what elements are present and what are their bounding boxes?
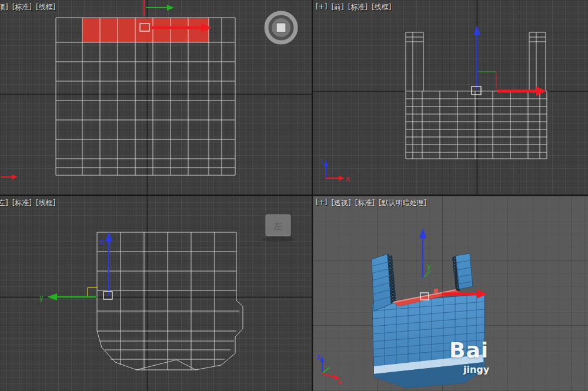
vp-label-standard[interactable]: [标准]	[12, 198, 32, 208]
vp-label-menu[interactable]: [+]	[316, 198, 327, 208]
left-view-canvas: z y 左	[0, 196, 312, 391]
move-gizmo[interactable]: z y	[39, 232, 112, 302]
z-axis-label: z	[100, 238, 103, 246]
viewcube-wheel-icon[interactable]	[266, 13, 296, 42]
selected-polygons[interactable]	[82, 18, 209, 42]
front-view-canvas: z x	[313, 0, 588, 195]
viewport-layout: 顶] [标准] [线框]	[0, 0, 588, 391]
viewport-left[interactable]: 左] [标准] [线框]	[0, 196, 312, 391]
vp-label-shading[interactable]: [线框]	[36, 2, 55, 12]
vp-label-shading[interactable]: [线框]	[36, 198, 55, 208]
axis-tripod	[1, 175, 18, 179]
z-axis-label: z	[320, 157, 324, 165]
viewcube-face-label: 左	[273, 221, 282, 232]
move-gizmo[interactable]	[473, 25, 546, 96]
viewport-top-label: 顶] [标准] [线框]	[0, 2, 55, 12]
vp-label-shading[interactable]: [默认明暗处理]	[379, 198, 426, 208]
left-object-wireframe	[97, 232, 243, 370]
vp-label-standard[interactable]: [标准]	[348, 2, 368, 12]
vp-label-view[interactable]: [前]	[331, 2, 343, 12]
viewport-front[interactable]: [+] [前] [标准] [线框]	[313, 0, 588, 195]
top-view-canvas	[0, 0, 312, 195]
axis-tripod: z x	[320, 157, 350, 183]
move-gizmo-partial[interactable]	[144, 0, 174, 16]
viewport-left-label: 左] [标准] [线框]	[0, 198, 55, 208]
viewport-perspective-label: [+] [透视] [标准] [默认明暗处理]	[316, 198, 427, 208]
selection-bracket	[103, 292, 112, 299]
vp-label-standard[interactable]: [标准]	[12, 2, 32, 12]
vp-label-view[interactable]: 左]	[0, 198, 8, 208]
world-origin-axes	[0, 196, 312, 391]
vp-label-shading[interactable]: [线框]	[372, 2, 391, 12]
axis-tripod: z x	[317, 353, 342, 386]
vp-label-standard[interactable]: [标准]	[355, 198, 375, 208]
vp-label-menu[interactable]: [+]	[316, 2, 327, 12]
x-axis-label: x	[338, 378, 342, 386]
viewport-top[interactable]: 顶] [标准] [线框]	[0, 0, 312, 195]
perspective-canvas: y z x	[313, 196, 588, 391]
viewport-perspective[interactable]: [+] [透视] [标准] [默认明暗处理] Bai jingy	[313, 196, 588, 391]
z-axis-label: z	[317, 353, 320, 361]
viewport-front-label: [+] [前] [标准] [线框]	[316, 2, 392, 12]
y-axis-label: y	[39, 293, 44, 302]
vp-label-view[interactable]: [透视]	[331, 198, 350, 208]
vp-label-view[interactable]: 顶]	[0, 2, 8, 12]
y-axis-label: y	[427, 262, 431, 270]
x-axis-label: x	[346, 175, 350, 183]
viewcube-icon[interactable]: 左	[262, 215, 294, 242]
